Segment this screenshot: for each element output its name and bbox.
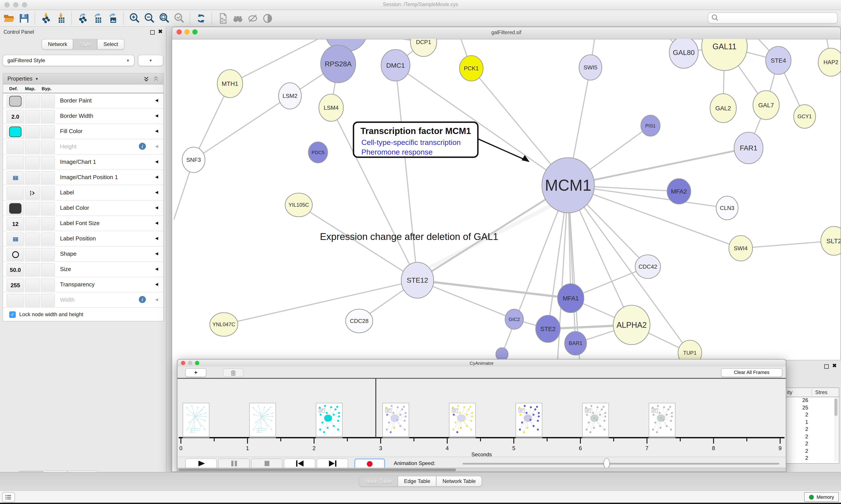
property-row-size[interactable]: 50.0Size◀ bbox=[3, 262, 163, 277]
expand-all-icon[interactable] bbox=[143, 76, 149, 82]
mapping-cell[interactable] bbox=[25, 125, 40, 138]
mapping-cell[interactable] bbox=[25, 156, 40, 169]
property-row-label[interactable]: Label◀ bbox=[3, 185, 163, 201]
expand-row-icon[interactable]: ◀ bbox=[155, 205, 158, 210]
bypass-cell[interactable] bbox=[41, 278, 55, 292]
default-value-cell[interactable]: 12 bbox=[6, 217, 24, 230]
network-node-SWI5[interactable]: SWI5 bbox=[579, 55, 602, 80]
table-row[interactable]: 2 bbox=[786, 412, 839, 419]
property-row-image-chart-position-1[interactable]: Image/Chart Position 1◀ bbox=[3, 170, 163, 185]
default-value-cell[interactable] bbox=[6, 186, 24, 200]
skip-start-button[interactable] bbox=[284, 458, 315, 469]
frame-thumbnail-0[interactable] bbox=[183, 403, 209, 437]
slider-handle[interactable] bbox=[604, 458, 610, 469]
default-value-cell[interactable]: 255 bbox=[6, 278, 24, 292]
bypass-cell[interactable] bbox=[41, 94, 55, 108]
table-row[interactable]: 2 bbox=[786, 440, 839, 448]
search-box[interactable] bbox=[708, 12, 838, 24]
network-node-STE4[interactable]: STE4 bbox=[766, 47, 791, 74]
network-node-BAR1[interactable]: BAR1 bbox=[565, 331, 587, 355]
bypass-cell[interactable] bbox=[41, 217, 55, 230]
property-row-border-paint[interactable]: Border Paint◀ bbox=[3, 93, 163, 109]
property-row-label-font-size[interactable]: 12Label Font Size◀ bbox=[3, 216, 163, 231]
zoom-in-icon[interactable] bbox=[128, 12, 141, 25]
frame-thumbnail-5[interactable] bbox=[516, 403, 542, 437]
tab-style[interactable]: Style bbox=[73, 39, 97, 50]
network-node-CDC28[interactable]: CDC28 bbox=[345, 309, 373, 333]
network-node-ALPHA2[interactable]: ALPHA2 bbox=[613, 305, 650, 345]
network-node-MFA1[interactable]: MFA1 bbox=[558, 284, 584, 313]
bypass-cell[interactable] bbox=[41, 156, 55, 169]
bypass-cell[interactable] bbox=[41, 171, 55, 184]
expand-row-icon[interactable]: ◀ bbox=[155, 175, 158, 179]
default-value-cell[interactable] bbox=[6, 125, 24, 138]
mapping-cell[interactable] bbox=[25, 278, 40, 292]
bypass-cell[interactable] bbox=[41, 125, 55, 138]
mapping-cell[interactable] bbox=[25, 94, 40, 108]
expand-row-icon[interactable]: ◀ bbox=[155, 282, 158, 286]
property-row-width[interactable]: Widthi◀ bbox=[3, 292, 163, 308]
table-row[interactable]: 2 bbox=[786, 433, 839, 440]
import-table-icon[interactable] bbox=[54, 12, 68, 25]
mapping-cell[interactable] bbox=[25, 217, 40, 230]
mapping-cell[interactable] bbox=[25, 233, 40, 246]
expand-row-icon[interactable]: ◀ bbox=[155, 221, 158, 225]
mapping-cell[interactable] bbox=[25, 141, 40, 154]
property-row-shape[interactable]: Shape◀ bbox=[3, 247, 163, 262]
search-input[interactable] bbox=[718, 15, 837, 21]
default-value-cell[interactable] bbox=[6, 294, 24, 307]
default-value-cell[interactable] bbox=[6, 171, 24, 184]
table-row[interactable]: 1 bbox=[786, 419, 839, 426]
property-row-label-position[interactable]: Label Position◀ bbox=[3, 231, 163, 247]
save-session-icon[interactable] bbox=[18, 12, 31, 25]
table-row[interactable]: 2 bbox=[786, 426, 839, 433]
play-button[interactable] bbox=[185, 458, 217, 469]
property-row-transparency[interactable]: 255Transparency◀ bbox=[3, 277, 163, 292]
bypass-cell[interactable] bbox=[41, 110, 55, 123]
property-row-image-chart-1[interactable]: Image/Chart 1◀ bbox=[3, 155, 163, 170]
network-node-STE12[interactable]: STE12 bbox=[401, 262, 434, 298]
network-node-CDC42[interactable]: CDC42 bbox=[635, 255, 661, 278]
network-node-FAR1[interactable]: FAR1 bbox=[734, 132, 763, 164]
export-table-icon[interactable] bbox=[91, 12, 104, 25]
node-table-fragment[interactable]: ity Stres 26252122222 bbox=[786, 388, 839, 464]
table-tab-node-table[interactable]: Node Table bbox=[359, 476, 398, 486]
network-node-DMC1[interactable]: DMC1 bbox=[381, 50, 410, 81]
skip-end-button[interactable] bbox=[317, 458, 348, 469]
bypass-cell[interactable] bbox=[41, 294, 55, 307]
network-node-MTH1[interactable]: MTH1 bbox=[217, 70, 243, 98]
expand-row-icon[interactable]: ◀ bbox=[155, 190, 158, 194]
default-value-cell[interactable] bbox=[6, 233, 24, 246]
annotation-link[interactable]: Cell-type-specific transcription bbox=[361, 138, 461, 146]
float-panel-icon[interactable] bbox=[150, 30, 155, 35]
network-node-STE2[interactable]: STE2 bbox=[536, 315, 560, 342]
expand-row-icon[interactable]: ◀ bbox=[155, 236, 158, 240]
tab-network[interactable]: Network bbox=[42, 39, 73, 50]
expand-row-icon[interactable]: ◀ bbox=[155, 129, 158, 133]
tab-select[interactable]: Select bbox=[97, 39, 124, 50]
network-node-LSM2[interactable]: LSM2 bbox=[279, 83, 301, 109]
stop-button[interactable] bbox=[251, 458, 283, 469]
network-node-PDC5[interactable]: PDC5 bbox=[308, 142, 328, 163]
color-swatch[interactable] bbox=[9, 127, 21, 137]
bypass-cell[interactable] bbox=[41, 202, 55, 215]
float-panel-icon[interactable] bbox=[824, 364, 829, 369]
network-edge[interactable] bbox=[395, 65, 417, 280]
frame-thumbnail-3[interactable] bbox=[382, 403, 409, 437]
network-node-GAL80[interactable]: GAL80 bbox=[669, 39, 698, 68]
import-network-icon[interactable] bbox=[39, 12, 53, 25]
refresh-layout-icon[interactable] bbox=[195, 12, 208, 25]
mapping-cell[interactable] bbox=[25, 110, 40, 123]
network-edge[interactable] bbox=[568, 148, 749, 185]
property-row-height[interactable]: Heighti◀ bbox=[3, 139, 163, 155]
export-network-icon[interactable] bbox=[76, 12, 89, 25]
expand-row-icon[interactable]: ◀ bbox=[155, 113, 158, 118]
delete-frame-button[interactable] bbox=[223, 368, 244, 377]
network-node-SWI4[interactable]: SWI4 bbox=[729, 236, 753, 261]
frame-thumbnail-6[interactable] bbox=[582, 403, 609, 437]
table-row[interactable]: 25 bbox=[786, 404, 839, 412]
table-tab-network-table[interactable]: Network Table bbox=[436, 476, 482, 486]
timeline-scrollbar[interactable] bbox=[177, 468, 786, 472]
network-node-GAL11[interactable]: GAL11 bbox=[702, 39, 747, 71]
expand-row-icon[interactable]: ◀ bbox=[155, 297, 158, 302]
